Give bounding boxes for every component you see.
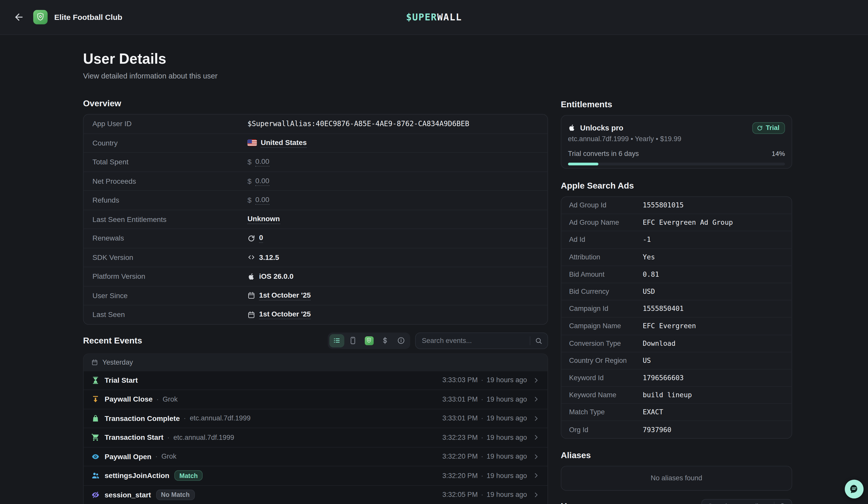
trial-badge-label: Trial [766,124,779,132]
chevron-right-icon [533,396,539,403]
overview-value: Unknown [247,214,280,224]
event-subtitle: etc.annual.7df.1999 [173,434,234,441]
event-time: 3:33:03 PM [442,376,478,384]
aliases-heading: Aliases [561,450,792,460]
separator-dot: · [167,434,169,441]
app-name: Elite Football Club [54,13,122,22]
asa-value: EXACT [643,408,663,416]
overview-label: Country [93,139,248,147]
asa-row: Ad Group Name EFC Evergreen Ad Group [561,214,792,231]
events-header: Recent Events [83,332,548,349]
event-filter-segmented-control [328,332,410,349]
overview-value: 1st October '25 [259,310,311,319]
event-time: 3:32:20 PM [442,472,478,480]
event-relative-time: 19 hours ago [487,434,527,441]
separator-dot: · [481,376,484,384]
chat-button[interactable] [845,480,864,498]
overview-value: 1st October '25 [259,291,311,301]
events-search-input[interactable] [421,336,527,345]
separator-dot: · [155,453,158,460]
events-heading: Recent Events [83,335,142,346]
asa-row: Campaign Id 1555850401 [561,300,792,317]
eye-off-icon [91,491,100,499]
trial-converts-text: Trial converts in 6 days [568,150,639,157]
overview-row: Total Spent $0.00 [84,152,547,171]
overview-value: $SuperwallAlias:40EC9876-A85E-4AE9-8762-… [247,120,469,128]
overview-label: App User ID [93,120,248,128]
asa-value: Download [643,339,675,347]
overview-label: SDK Version [93,253,248,262]
user-attributes-search-input[interactable] [707,502,771,504]
asa-row: Ad Group Id 1555801015 [561,197,792,214]
overview-card: App User ID $SuperwallAlias:40EC9876-A85… [83,114,548,324]
event-relative-time: 19 hours ago [487,414,527,422]
overview-row: Country United States [84,133,547,152]
separator-dot: · [481,472,484,480]
overview-row: Renewals 0 [84,229,547,248]
entitlement-card: Unlocks pro Trial etc.annual.7df.1999 • … [561,115,792,169]
currency-symbol: $ [247,158,251,166]
left-column: User Details View detailed information a… [83,35,548,504]
event-row[interactable]: Trial Start 3:33:03 PM · 19 hours ago [84,370,547,390]
no-match-badge: No Match [156,490,195,500]
event-row[interactable]: Paywall Open·Grok 3:32:20 PM · 19 hours … [84,447,547,466]
event-row[interactable]: session_startNo Match 3:32:05 PM · 19 ho… [84,485,547,504]
apple-search-ads-card: Ad Group Id 1555801015 Ad Group Name EFC… [561,197,792,439]
overview-value: 0 [259,234,263,243]
bag-icon [91,414,100,423]
currency-symbol: $ [247,196,251,204]
event-relative-time: 19 hours ago [487,472,527,480]
page-title: User Details [83,50,548,67]
event-name: Trial Start [105,376,138,385]
asa-label: Attribution [569,253,643,261]
separator-dot: · [184,414,186,422]
asa-label: Keyword Name [569,391,643,399]
aliases-empty-text: No aliases found [651,474,702,482]
entitlements-heading: Entitlements [561,99,792,110]
filter-app-logo-button[interactable] [362,334,376,347]
event-row[interactable]: settingsJoinActionMatch 3:32:20 PM · 19 … [84,466,547,485]
event-time: 3:32:20 PM [442,453,478,460]
asa-label: Ad Id [569,236,643,244]
download-icon [91,395,100,403]
event-name: Paywall Open [105,452,152,461]
filter-phone-button[interactable] [345,334,361,347]
overview-label: Renewals [93,234,248,243]
events-group-header: Yesterday [84,354,547,370]
right-column: Entitlements Unlocks pro Trial etc.annua… [561,35,792,504]
asa-label: Ad Group Id [569,201,643,209]
filter-dollar-button[interactable] [378,334,393,347]
filter-list-button[interactable] [329,334,344,347]
entitlement-name: Unlocks pro [580,124,623,132]
trial-progress-bar [568,162,785,165]
event-row[interactable]: Transaction Start·etc.annual.7df.1999 3:… [84,428,547,447]
user-attributes-searchbox[interactable] [702,499,792,504]
logo-suffix: WALL [437,12,462,23]
asa-row: Attribution Yes [561,248,792,265]
filter-info-button[interactable] [394,334,409,347]
asa-row: Keyword Id 1796566603 [561,369,792,386]
back-button[interactable] [13,12,24,23]
user-section-header: User [561,499,792,504]
event-row[interactable]: Paywall Close·Grok 3:33:01 PM · 19 hours… [84,390,547,409]
overview-row: Platform Version iOS 26.0.0 [84,267,547,286]
calendar-icon [247,292,255,300]
overview-label: Total Spent [93,158,248,166]
separator-dot: · [157,396,159,403]
overview-row: Refunds $0.00 [84,190,547,209]
separator-dot: · [481,434,484,441]
events-searchbox[interactable] [415,332,548,349]
refresh-icon [247,234,255,242]
asa-row: Ad Id -1 [561,231,792,248]
superwall-logo: $UPERWALL [406,12,462,23]
calendar-icon [247,311,255,318]
asa-label: Campaign Id [569,305,643,313]
event-relative-time: 19 hours ago [487,453,527,460]
asa-row: Bid Amount 0.81 [561,265,792,283]
user-heading: User [561,501,580,504]
overview-row: Net Proceeds $0.00 [84,171,547,190]
currency-symbol: $ [247,177,251,185]
asa-label: Bid Currency [569,288,643,295]
entitlement-subtitle: etc.annual.7df.1999 • Yearly • $19.99 [568,135,785,143]
event-row[interactable]: Transaction Complete·etc.annual.7df.1999… [84,408,547,428]
